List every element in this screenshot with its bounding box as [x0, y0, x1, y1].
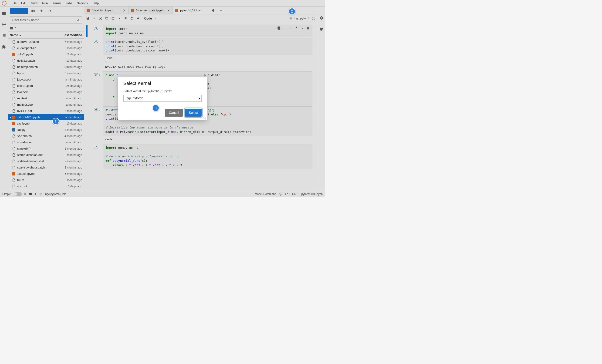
annotation-3: 3 [152, 105, 159, 111]
resize-grip[interactable] [203, 117, 206, 119]
annotation-1: 1 [52, 118, 59, 125]
annotation-2: 2 [289, 8, 295, 15]
dialog-label: Select kernel for: "pytorch101.ipynb" [123, 89, 202, 93]
select-button[interactable]: Select [185, 109, 202, 117]
dialog-title: Select Kernel [123, 81, 202, 86]
select-kernel-dialog: Select Kernel Select kernel for: "pytorc… [118, 76, 207, 120]
kernel-select-dropdown[interactable]: ngc.pytorch [123, 95, 202, 102]
cancel-button[interactable]: Cancel [165, 109, 183, 117]
